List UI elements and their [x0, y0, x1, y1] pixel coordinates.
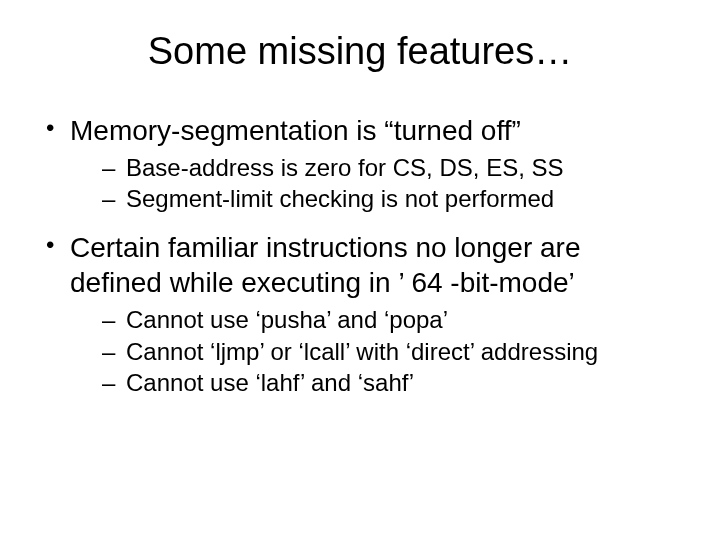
bullet-item: Certain familiar instructions no longer … — [40, 230, 680, 398]
bullet-text: Memory-segmentation is “turned off” — [70, 115, 521, 146]
sub-bullet-item: Cannot use ‘pusha’ and ‘popa’ — [70, 304, 680, 335]
slide: Some missing features… Memory-segmentati… — [0, 0, 720, 540]
bullet-item: Memory-segmentation is “turned off” Base… — [40, 113, 680, 214]
bullet-text: Certain familiar instructions no longer … — [70, 232, 580, 298]
sub-bullet-item: Base-address is zero for CS, DS, ES, SS — [70, 152, 680, 183]
sub-bullet-list: Base-address is zero for CS, DS, ES, SS … — [70, 152, 680, 214]
sub-bullet-item: Segment-limit checking is not performed — [70, 183, 680, 214]
sub-bullet-item: Cannot ‘ljmp’ or ‘lcall’ with ‘direct’ a… — [70, 336, 680, 367]
sub-bullet-list: Cannot use ‘pusha’ and ‘popa’ Cannot ‘lj… — [70, 304, 680, 398]
bullet-list: Memory-segmentation is “turned off” Base… — [40, 113, 680, 398]
sub-bullet-item: Cannot use ‘lahf’ and ‘sahf’ — [70, 367, 680, 398]
slide-title: Some missing features… — [40, 30, 680, 73]
